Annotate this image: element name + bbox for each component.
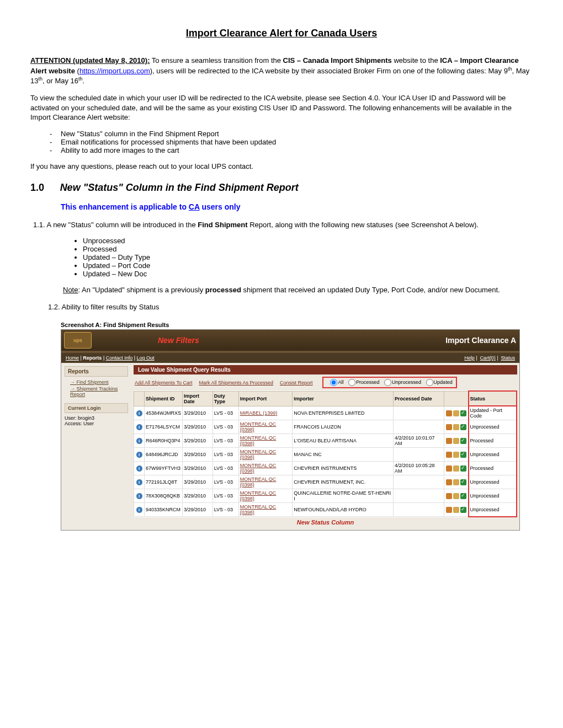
check-icon[interactable] (460, 479, 466, 485)
cell-port-link[interactable]: MONTREAL QC (0398) (240, 504, 277, 515)
cell-import-date: 3/29/2010 (183, 420, 213, 434)
cell-status: Processed (469, 434, 517, 448)
status-list: Unprocessed Processed Updated – Duty Typ… (30, 237, 533, 278)
col-processed-date[interactable]: Processed Date (394, 391, 444, 406)
cell-port-link[interactable]: MONTREAL QC (0398) (240, 490, 277, 501)
col-import-port[interactable]: Import Port (238, 391, 293, 406)
section-number: 1.0 (30, 181, 58, 194)
folder-icon[interactable] (446, 507, 452, 513)
info-icon[interactable]: i (136, 424, 142, 430)
cart-icon[interactable] (453, 438, 459, 444)
col-import-date[interactable]: Import Date (183, 391, 213, 406)
filter-updated-radio[interactable] (426, 379, 433, 386)
info-icon[interactable]: i (136, 410, 142, 416)
ica-link[interactable]: https://import.ups.com (79, 67, 150, 75)
sidebar-current-login: Current Login (65, 403, 128, 413)
cell-duty-type: LVS - 03 (213, 434, 238, 448)
cell-shipment-id: E71764LSYCM (145, 420, 183, 434)
cell-duty-type: LVS - 03 (213, 489, 238, 503)
app-title: Import Clearance A (445, 336, 519, 345)
cart-icon[interactable] (453, 465, 459, 472)
nav-logout[interactable]: Log Out (137, 355, 155, 361)
check-icon[interactable] (460, 438, 466, 444)
attention-para: ATTENTION (updated May 8, 2010): To ensu… (30, 56, 533, 86)
cell-shipment-id: 648496JRCJD (145, 448, 183, 462)
folder-icon[interactable] (446, 465, 452, 472)
cell-import-date: 3/29/2010 (183, 406, 213, 420)
cell-port-link[interactable]: MONTREAL QC (0398) (240, 477, 277, 488)
cell-duty-type: LVS - 03 (213, 406, 238, 420)
col-duty-type[interactable]: Duty Type (213, 391, 238, 406)
col-importer[interactable]: Importer (293, 391, 394, 406)
screenshot-caption: Screenshot A: Find Shipment Results (61, 322, 533, 328)
cart-icon[interactable] (453, 424, 459, 430)
info-icon[interactable]: i (136, 493, 142, 499)
folder-icon[interactable] (446, 424, 452, 430)
contact-para: If you have any questions, please reach … (30, 162, 533, 172)
nav-reports[interactable]: Reports (83, 355, 102, 361)
cell-import-date: 3/29/2010 (183, 489, 213, 503)
folder-icon[interactable] (446, 479, 452, 485)
table-row: i67W99YFTVH33/29/2010LVS - 03MONTREAL QC… (134, 462, 517, 475)
nav-cart[interactable]: Cart(0) (480, 355, 496, 361)
cart-icon[interactable] (453, 410, 459, 416)
nav-home[interactable]: Home (66, 355, 79, 361)
cell-port-link[interactable]: MIRABEL (1399) (240, 410, 278, 416)
cart-icon[interactable] (453, 493, 459, 499)
col-status[interactable]: Status (469, 391, 517, 406)
section-subtitle: This enhancement is applicable to CA use… (61, 202, 533, 212)
folder-icon[interactable] (446, 452, 452, 458)
new-filters-callout: New Filters (94, 336, 445, 345)
table-row: iE71764LSYCM3/29/2010LVS - 03MONTREAL QC… (134, 420, 517, 434)
info-icon[interactable]: i (136, 452, 142, 458)
cell-processed-date (394, 475, 444, 489)
check-icon[interactable] (460, 507, 466, 513)
sidebar-find-shipment[interactable]: Find Shipment (65, 379, 128, 386)
folder-icon[interactable] (446, 410, 452, 416)
cell-importer: CHEVRIER INSTRUMENTS (293, 462, 394, 475)
filter-all-radio[interactable] (330, 379, 337, 386)
cell-import-date: 3/29/2010 (183, 448, 213, 462)
list-item: Updated – Port Code (83, 261, 533, 270)
info-icon[interactable]: i (136, 507, 142, 513)
check-icon[interactable] (460, 452, 466, 458)
filter-unprocessed-radio[interactable] (384, 379, 391, 386)
cell-shipment-id: 78X308Q8QKB (145, 489, 183, 503)
sidebar-tracking-report[interactable]: Shipment Tracking Report (65, 386, 128, 398)
cell-import-date: 3/29/2010 (183, 503, 213, 517)
info-icon[interactable]: i (136, 479, 142, 485)
cell-status: Unprocessed (469, 489, 517, 503)
nav-status[interactable]: Status (501, 355, 515, 361)
cell-status: Unprocessed (469, 475, 517, 489)
check-icon[interactable] (460, 493, 466, 499)
folder-icon[interactable] (446, 493, 452, 499)
nav-help[interactable]: Help (464, 355, 475, 361)
add-all-link[interactable]: Add All Shipments To Cart (135, 380, 192, 386)
folder-icon[interactable] (446, 438, 452, 444)
cell-import-date: 3/29/2010 (183, 462, 213, 475)
cell-status: Unprocessed (469, 503, 517, 517)
check-icon[interactable] (460, 465, 466, 472)
cell-shipment-id: 67W99YFTVH3 (145, 462, 183, 475)
note-para: Note: An "Updated" shipment is a previou… (63, 285, 533, 295)
screenshot-a: ups New Filters Import Clearance A Home … (61, 329, 520, 531)
cell-processed-date (394, 420, 444, 434)
cell-duty-type: LVS - 03 (213, 448, 238, 462)
consist-report-link[interactable]: Consist Report (280, 380, 313, 386)
cart-icon[interactable] (453, 452, 459, 458)
cart-icon[interactable] (453, 479, 459, 485)
filter-processed-radio[interactable] (348, 379, 355, 386)
check-icon[interactable] (460, 424, 466, 430)
col-shipment-id[interactable]: Shipment ID (145, 391, 183, 406)
cell-port-link[interactable]: MONTREAL QC (0398) (240, 449, 277, 460)
cell-port-link[interactable]: MONTREAL QC (0398) (240, 421, 277, 432)
cell-port-link[interactable]: MONTREAL QC (0398) (240, 435, 277, 446)
info-icon[interactable]: i (136, 465, 142, 472)
check-icon[interactable] (460, 410, 466, 416)
mark-all-link[interactable]: Mark All Shipments As Processed (199, 380, 273, 386)
cart-icon[interactable] (453, 507, 459, 513)
nav-contact[interactable]: Contact Info (106, 355, 133, 361)
cell-port-link[interactable]: MONTREAL QC (0398) (240, 463, 277, 474)
info-icon[interactable]: i (136, 438, 142, 444)
cell-duty-type: LVS - 03 (213, 462, 238, 475)
